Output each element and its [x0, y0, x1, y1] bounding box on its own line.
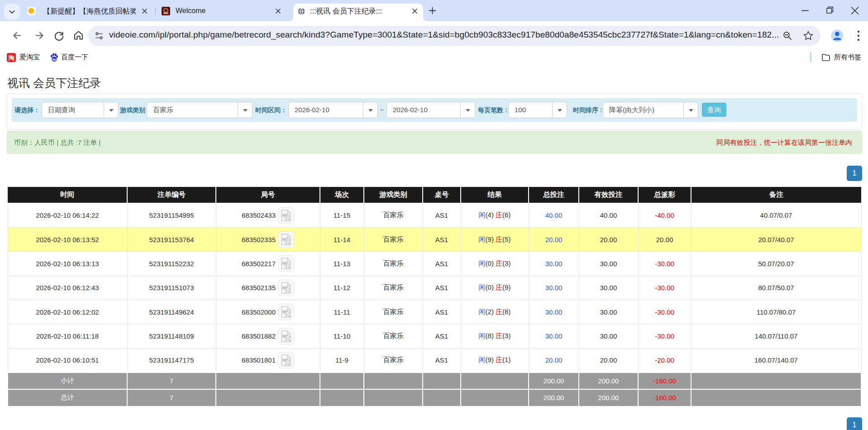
- svg-text:淘: 淘: [8, 54, 14, 61]
- svg-text:du: du: [52, 57, 57, 62]
